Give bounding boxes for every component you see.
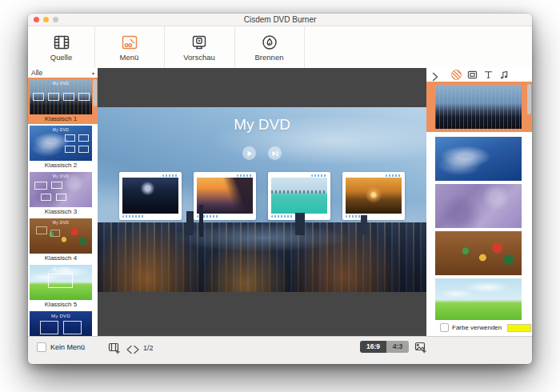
filmstrip-icon: [52, 33, 71, 52]
add-video-page-icon[interactable]: [108, 342, 121, 354]
background-thumbnail: [435, 184, 522, 228]
content-area: Alle ▾ My DVD Klassisch 1: [28, 68, 532, 336]
background-cityscape: [98, 222, 426, 292]
use-color-checkbox[interactable]: [440, 323, 449, 332]
window-title: Cisdem DVD Burner: [28, 15, 532, 24]
video-thumbnail-4[interactable]: [342, 172, 405, 220]
frame-icon[interactable]: [466, 70, 478, 81]
thumb-title-placeholder: [162, 174, 178, 177]
use-color-row: Farbe verwenden: [426, 322, 532, 334]
bottom-bar: Kein Menü 1/2 16:9 4:3: [28, 336, 532, 364]
text-icon[interactable]: [482, 70, 494, 81]
template-caption: My DVD: [30, 127, 92, 132]
dvd-menu-preview[interactable]: My DVD: [98, 107, 426, 292]
thumb-title-placeholder: [237, 174, 253, 177]
template-thumbnail: My DVD: [30, 126, 92, 161]
preview-play-icon: [190, 33, 209, 52]
toolbar-label: Menü: [120, 53, 139, 62]
no-menu-label: Kein Menü: [50, 343, 85, 351]
template-filter-dropdown[interactable]: Alle ▾: [28, 68, 98, 78]
use-color-label: Farbe verwenden: [452, 324, 502, 331]
template-thumbnail: My DVD: [30, 218, 92, 254]
menu-buttons: [98, 146, 426, 160]
toolbar-label: Vorschau: [183, 53, 215, 62]
toolbar-button-vorschau[interactable]: Vorschau: [164, 26, 235, 68]
video-frame: [346, 178, 402, 214]
desktop: Cisdem DVD Burner Quelle Menü: [0, 0, 560, 392]
template-item-klassisch-3[interactable]: My DVD Klassisch 3: [28, 170, 98, 217]
template-item-klassisch-2[interactable]: My DVD Klassisch 2: [28, 124, 98, 170]
template-list: My DVD Klassisch 1 My DVD: [28, 78, 98, 336]
video-frame: [197, 178, 253, 214]
thumb-title-placeholder: [386, 174, 402, 177]
background-item-city[interactable]: [426, 82, 532, 132]
template-thumbnail: My DVD: [30, 79, 92, 114]
add-background-image-icon[interactable]: [414, 341, 427, 354]
template-label: Klassisch 3: [30, 207, 92, 217]
background-thumbnail: [435, 137, 522, 181]
template-item-klassisch-5[interactable]: My DVD Klassisch 5: [28, 263, 98, 310]
background-item-wood[interactable]: [426, 231, 532, 278]
template-caption: My DVD: [30, 220, 92, 225]
play-button[interactable]: [242, 146, 256, 160]
toolbar-button-brennen[interactable]: Brennen: [234, 26, 305, 68]
background-item-lavender[interactable]: [426, 184, 532, 231]
previous-page-icon[interactable]: [126, 343, 133, 353]
template-caption: My DVD: [30, 174, 92, 178]
template-label: Klassisch 5: [30, 300, 92, 310]
thumb-title-placeholder: [311, 174, 327, 177]
video-thumbnails: [98, 172, 426, 220]
template-label: Klassisch 4: [30, 254, 92, 263]
next-page-icon[interactable]: [133, 343, 140, 353]
template-item-6[interactable]: My DVD: [28, 310, 98, 336]
template-label: Klassisch 2: [30, 161, 92, 170]
template-caption: My DVD: [30, 314, 92, 318]
page-indicator: 1/2: [143, 344, 154, 352]
background-thumbnail: [435, 85, 522, 129]
menu-image-icon: [120, 33, 139, 52]
toolbar-label: Brennen: [255, 53, 284, 62]
template-item-klassisch-4[interactable]: My DVD Klassisch 4: [28, 217, 98, 263]
no-menu-checkbox[interactable]: [37, 342, 46, 352]
thumb-caption-placeholder: [122, 215, 145, 218]
background-pattern-icon[interactable]: [450, 70, 462, 81]
video-frame: [271, 178, 327, 214]
toolbar: Quelle Menü Vorschau: [28, 26, 532, 69]
titlebar: Cisdem DVD Burner: [28, 14, 532, 26]
template-thumbnail: My DVD: [30, 311, 92, 336]
color-swatch[interactable]: [507, 324, 531, 332]
template-caption: My DVD: [30, 266, 92, 271]
app-window: Cisdem DVD Burner Quelle Menü: [28, 14, 532, 364]
customize-toolbar: [426, 68, 532, 82]
toolbar-label: Quelle: [50, 53, 72, 62]
aspect-ratio-43-button[interactable]: 4:3: [386, 341, 409, 353]
skip-button[interactable]: [268, 146, 282, 160]
background-list: [426, 82, 532, 320]
aspect-ratio-169-button[interactable]: 16:9: [360, 341, 386, 353]
toolbar-button-menu[interactable]: Menü: [94, 26, 165, 68]
background-thumbnail: [435, 231, 522, 275]
dvd-menu-title[interactable]: My DVD: [98, 116, 426, 134]
video-thumbnail-1[interactable]: [119, 172, 182, 220]
background-thumbnail: [435, 278, 522, 320]
toolbar-button-quelle[interactable]: Quelle: [28, 26, 95, 68]
video-frame: [122, 178, 178, 214]
background-list-scrollbar[interactable]: [527, 84, 531, 114]
template-thumbnail: My DVD: [30, 265, 92, 300]
no-menu-option: Kein Menü: [37, 342, 85, 352]
burn-disc-icon: [260, 33, 279, 52]
background-item-runner[interactable]: [426, 135, 532, 184]
template-label: Klassisch 1: [30, 114, 92, 124]
menu-preview-area: My DVD: [98, 68, 426, 336]
collapse-panel-chevron-icon[interactable]: [430, 70, 440, 80]
template-caption: My DVD: [30, 81, 92, 86]
template-list-scrollbar[interactable]: [93, 79, 97, 106]
template-thumbnail: My DVD: [30, 172, 92, 207]
template-item-klassisch-1[interactable]: My DVD Klassisch 1: [28, 78, 98, 124]
music-icon[interactable]: [498, 70, 510, 81]
template-sidebar: Alle ▾ My DVD Klassisch 1: [28, 68, 98, 336]
customize-sidebar: Farbe verwenden: [426, 68, 532, 336]
thumb-caption-placeholder: [271, 215, 294, 218]
background-item-meadow[interactable]: [426, 278, 532, 320]
dropdown-arrow-icon: ▾: [92, 70, 94, 76]
